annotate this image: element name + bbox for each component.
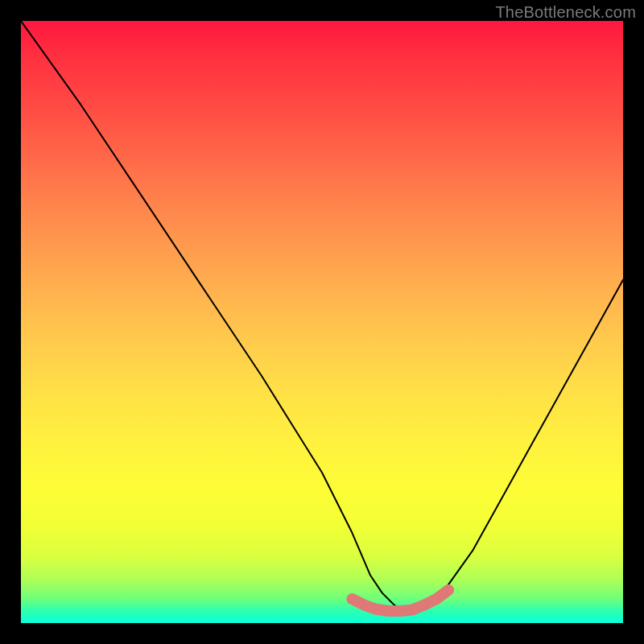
chart-container: TheBottleneck.com	[0, 0, 644, 644]
bottleneck-curve	[21, 21, 623, 611]
plot-area	[21, 21, 623, 623]
highlight-band	[352, 590, 448, 611]
watermark-text: TheBottleneck.com	[495, 3, 636, 22]
plot-svg	[21, 21, 623, 623]
